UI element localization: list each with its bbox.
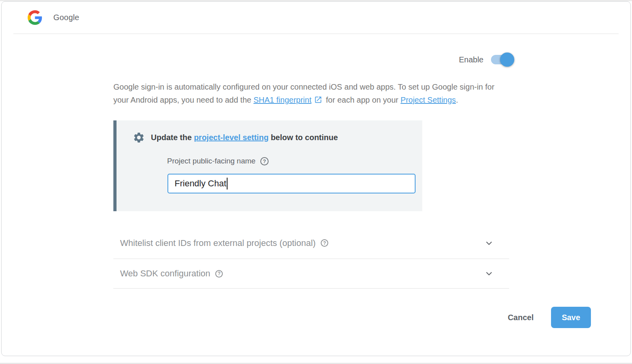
save-button[interactable]: Save xyxy=(551,307,591,328)
dialog-footer: Cancel Save xyxy=(2,289,630,344)
gear-icon xyxy=(133,131,145,144)
section-whitelist-client-ids[interactable]: Whitelist client IDs from external proje… xyxy=(113,227,509,259)
section-web-sdk-configuration[interactable]: Web SDK configuration? xyxy=(113,259,509,288)
help-icon[interactable]: ? xyxy=(215,270,223,278)
help-icon[interactable]: ? xyxy=(321,239,328,247)
chevron-down-icon xyxy=(484,238,494,248)
enable-row: Enable xyxy=(113,50,514,69)
description-text: Google sign-in is automatically configur… xyxy=(113,81,505,106)
notice-title-prefix: Update the xyxy=(151,133,194,142)
open-in-new-icon xyxy=(314,95,322,103)
project-level-setting-notice: Update the project-level setting below t… xyxy=(113,120,422,211)
whitelist-section-label: Whitelist client IDs from external proje… xyxy=(120,238,316,248)
toggle-knob xyxy=(500,53,514,67)
sha1-fingerprint-link[interactable]: SHA1 fingerprint xyxy=(254,96,312,104)
project-name-input[interactable]: Friendly Chat xyxy=(167,174,416,193)
project-level-setting-link[interactable]: project-level setting xyxy=(194,133,269,142)
help-glyph: ? xyxy=(263,158,266,164)
project-settings-link[interactable]: Project Settings xyxy=(401,96,456,104)
google-signin-provider-dialog: Google Enable Google sign-in is automati… xyxy=(1,1,631,356)
field-label-row: Project public-facing name ? xyxy=(167,157,422,165)
advanced-sections: Whitelist client IDs from external proje… xyxy=(113,227,509,289)
google-logo-icon xyxy=(28,10,42,25)
web-sdk-section-label: Web SDK configuration xyxy=(120,268,210,279)
chevron-down-icon xyxy=(484,268,494,279)
notice-title: Update the project-level setting below t… xyxy=(151,133,338,142)
description-part-2: for each app on your xyxy=(324,96,401,104)
provider-title: Google xyxy=(53,13,79,22)
help-icon[interactable]: ? xyxy=(260,157,269,165)
enable-toggle[interactable] xyxy=(491,55,514,64)
dialog-header: Google xyxy=(2,2,630,34)
project-name-value: Friendly Chat xyxy=(175,178,226,189)
section-label-row: Web SDK configuration? xyxy=(120,268,223,279)
project-name-label: Project public-facing name xyxy=(167,157,256,165)
notice-title-row: Update the project-level setting below t… xyxy=(133,131,422,144)
help-glyph: ? xyxy=(218,271,220,276)
header-divider xyxy=(13,34,619,34)
help-glyph: ? xyxy=(323,240,326,246)
notice-title-suffix: below to continue xyxy=(269,133,338,142)
section-label-row: Whitelist client IDs from external proje… xyxy=(120,238,328,248)
cancel-button[interactable]: Cancel xyxy=(506,311,535,325)
description-part-3: . xyxy=(456,96,458,104)
provider-config-panel: Enable Google sign-in is automatically c… xyxy=(113,50,509,289)
enable-label: Enable xyxy=(459,55,483,64)
text-cursor xyxy=(227,178,228,190)
